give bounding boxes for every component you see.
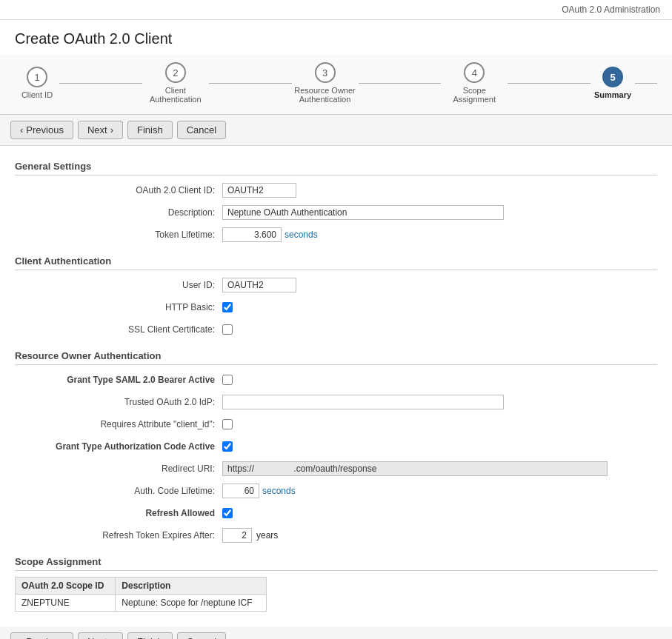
step-2-circle: 2 (165, 62, 186, 83)
user-id-row: User ID: (15, 276, 657, 294)
step-1[interactable]: 1 Client ID (15, 67, 59, 99)
cancel-button-top[interactable]: Cancel (177, 121, 226, 139)
chevron-left-icon-bottom: ‹ (20, 636, 23, 639)
user-id-label: User ID: (15, 280, 222, 290)
trusted-idp-label: Trusted OAuth 2.0 IdP: (15, 397, 222, 407)
step-line-2 (209, 83, 292, 84)
requires-attr-checkbox[interactable] (222, 419, 233, 429)
refresh-expires-unit: years (256, 530, 278, 541)
token-lifetime-row: Token Lifetime: seconds (15, 226, 657, 244)
client-auth-section: Client Authentication (15, 248, 657, 270)
step-2[interactable]: 2 Client Authentication (142, 62, 209, 104)
chevron-left-icon: ‹ (20, 124, 23, 136)
step-line-5 (635, 83, 657, 84)
step-2-label: Client Authentication (142, 86, 209, 104)
redirect-uri-input[interactable] (222, 461, 608, 476)
grant-auth-code-row: Grant Type Authorization Code Active (15, 438, 657, 455)
refresh-expires-row: Refresh Token Expires After: years (15, 526, 657, 544)
step-line-1 (59, 83, 142, 84)
auth-code-lifetime-row: Auth. Code Lifetime: seconds (15, 482, 657, 500)
token-lifetime-label: Token Lifetime: (15, 230, 222, 240)
trusted-idp-input[interactable] (222, 395, 504, 409)
previous-button-top[interactable]: ‹ Previous (10, 121, 73, 139)
refresh-allowed-checkbox[interactable] (222, 508, 233, 518)
description-row: Description: (15, 204, 657, 221)
refresh-expires-label: Refresh Token Expires After: (15, 530, 222, 541)
token-lifetime-unit: seconds (285, 230, 318, 240)
content-area: General Settings OAuth 2.0 Client ID: De… (0, 146, 672, 626)
auth-code-lifetime-unit: seconds (262, 486, 296, 496)
description-cell: Neptune: Scope for /neptune ICF (116, 595, 267, 612)
step-5[interactable]: 5 Summary (591, 67, 635, 99)
step-1-label: Client ID (21, 90, 53, 99)
saml-row: Grant Type SAML 2.0 Bearer Active (15, 371, 657, 389)
refresh-allowed-label: Refresh Allowed (15, 508, 222, 518)
scope-assignment-section: Scope Assignment (15, 549, 657, 571)
scope-id-cell: ZNEPTUNE (16, 595, 116, 612)
resource-owner-section: Resource Owner Authentication (15, 343, 657, 365)
step-line-4 (508, 83, 591, 84)
http-basic-label: HTTP Basic: (15, 302, 222, 312)
client-id-row: OAuth 2.0 Client ID: (15, 181, 657, 199)
refresh-allowed-row: Refresh Allowed (15, 504, 657, 522)
toolbar-bottom: ‹ Previous Next › Finish Cancel (0, 626, 672, 639)
redirect-uri-label: Redirect URI: (15, 464, 222, 474)
requires-attr-row: Requires Attribute "client_id": (15, 415, 657, 433)
saml-checkbox[interactable] (222, 375, 233, 385)
step-3-label: Resource Owner Authentication (292, 86, 359, 104)
refresh-expires-input[interactable] (222, 528, 252, 543)
redirect-uri-row: Redirect URI: (15, 460, 657, 478)
trusted-idp-row: Trusted OAuth 2.0 IdP: (15, 393, 657, 411)
grant-auth-code-checkbox[interactable] (222, 441, 233, 452)
next-button-bottom[interactable]: Next › (78, 632, 123, 639)
step-5-label: Summary (594, 90, 631, 99)
step-4[interactable]: 4 Scope Assignment (441, 62, 508, 104)
step-line-3 (359, 83, 442, 84)
description-input[interactable] (222, 205, 504, 220)
client-id-input[interactable] (222, 183, 296, 198)
token-lifetime-input[interactable] (222, 227, 282, 242)
page-title: Create OAuth 2.0 Client (0, 20, 672, 55)
client-id-label: OAuth 2.0 Client ID: (15, 185, 222, 195)
chevron-right-icon-bottom: › (110, 636, 113, 639)
general-settings-section: General Settings (15, 153, 657, 175)
finish-button-top[interactable]: Finish (127, 121, 173, 139)
ssl-cert-checkbox[interactable] (222, 324, 233, 335)
step-4-label: Scope Assignment (441, 86, 508, 104)
toolbar-top: ‹ Previous Next › Finish Cancel (0, 115, 672, 146)
finish-button-bottom[interactable]: Finish (127, 632, 173, 639)
step-1-circle: 1 (27, 67, 47, 87)
cancel-button-bottom[interactable]: Cancel (177, 632, 226, 639)
next-button-top[interactable]: Next › (78, 121, 123, 139)
requires-attr-label: Requires Attribute "client_id": (15, 419, 222, 429)
grant-auth-code-label: Grant Type Authorization Code Active (15, 441, 222, 452)
step-4-circle: 4 (464, 62, 485, 83)
scope-id-header: OAuth 2.0 Scope ID (16, 578, 116, 595)
description-header: Description (116, 578, 267, 595)
previous-button-bottom[interactable]: ‹ Previous (10, 632, 73, 639)
auth-code-lifetime-input[interactable] (222, 484, 259, 498)
step-3[interactable]: 3 Resource Owner Authentication (292, 62, 359, 104)
top-bar: OAuth 2.0 Administration (0, 0, 672, 20)
http-basic-checkbox[interactable] (222, 302, 233, 312)
chevron-right-icon: › (110, 124, 113, 136)
ssl-cert-row: SSL Client Certificate: (15, 321, 657, 338)
scope-table: OAuth 2.0 Scope ID Description ZNEPTUNE … (15, 577, 267, 612)
wizard-steps: 1 Client ID 2 Client Authentication 3 Re… (0, 55, 672, 115)
top-bar-title: OAuth 2.0 Administration (562, 4, 660, 15)
table-row: ZNEPTUNE Neptune: Scope for /neptune ICF (16, 595, 267, 612)
auth-code-lifetime-label: Auth. Code Lifetime: (15, 486, 222, 496)
saml-label: Grant Type SAML 2.0 Bearer Active (15, 375, 222, 385)
step-3-circle: 3 (315, 62, 336, 83)
http-basic-row: HTTP Basic: (15, 298, 657, 316)
ssl-cert-label: SSL Client Certificate: (15, 324, 222, 335)
step-5-circle: 5 (602, 67, 623, 87)
user-id-input[interactable] (222, 278, 296, 292)
description-label: Description: (15, 207, 222, 218)
